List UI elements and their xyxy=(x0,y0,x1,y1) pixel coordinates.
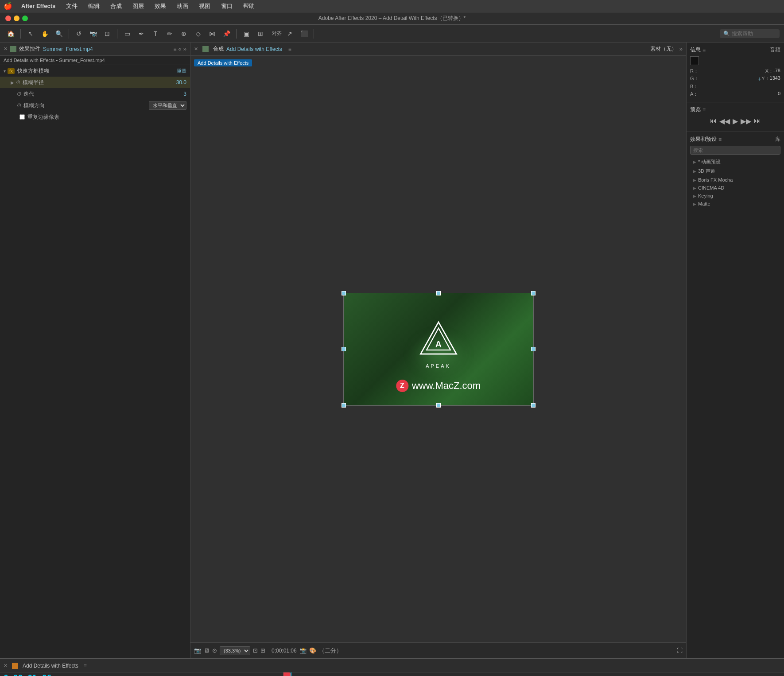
camera-tool[interactable]: 📷 xyxy=(87,27,99,40)
align-tool[interactable]: ⊞ xyxy=(254,27,267,40)
cinema-label: CINEMA 4D xyxy=(698,185,724,190)
handle-mid-right[interactable] xyxy=(531,347,536,351)
shape-tool[interactable]: ▣ xyxy=(240,27,252,40)
info-audio-panel: 信息 ≡ 音频 R： X： -78 G： + Y： 1343 xyxy=(687,43,784,102)
camera-capture-icon[interactable]: 📸 xyxy=(299,647,307,654)
effects-search-input[interactable] xyxy=(690,146,780,155)
boris-label: Boris FX Mocha xyxy=(698,177,733,183)
home-icon[interactable]: 🏠 xyxy=(4,27,17,40)
rotate-tool[interactable]: ↺ xyxy=(73,27,85,40)
viewer-icon[interactable]: ⊙ xyxy=(212,647,217,654)
handle-bottom-mid[interactable] xyxy=(436,403,441,408)
blur-radius-row[interactable]: ▶ ⏱ 模糊半径 30.0 xyxy=(0,77,190,88)
stopwatch-icon[interactable]: ⏱ xyxy=(16,80,21,85)
comp-close-icon[interactable]: ✕ xyxy=(194,46,198,52)
menu-file[interactable]: 文件 xyxy=(64,1,79,11)
iteration-value[interactable]: 3 xyxy=(160,91,186,97)
reset-button[interactable]: 重置 xyxy=(177,68,186,74)
zoom-tool[interactable]: 🔍 xyxy=(53,27,65,40)
select-tool[interactable]: ↖ xyxy=(24,27,37,40)
menu-edit[interactable]: 编辑 xyxy=(86,1,101,11)
current-time-display[interactable]: 0;00;01;06 xyxy=(4,673,51,676)
menu-help[interactable]: 帮助 xyxy=(241,1,256,11)
panel-arrow-left[interactable]: « xyxy=(179,46,182,52)
handle-bottom-right[interactable] xyxy=(531,403,536,408)
iteration-row[interactable]: ⏱ 迭代 3 xyxy=(0,88,190,100)
maximize-button[interactable] xyxy=(22,16,28,21)
display-icon[interactable]: 🖥 xyxy=(204,647,210,654)
repeat-edge-checkbox[interactable] xyxy=(19,114,25,120)
pin-tool[interactable]: 📌 xyxy=(220,27,233,40)
expand-icon[interactable]: ⛶ xyxy=(677,647,683,654)
watermark-icon: Z xyxy=(396,380,408,392)
transform-tool[interactable]: ⊡ xyxy=(101,27,113,40)
minimize-button[interactable] xyxy=(14,16,19,21)
blur-direction-select[interactable]: 水平和垂直 xyxy=(149,101,186,110)
handle-top-right[interactable] xyxy=(531,291,536,295)
search-input[interactable] xyxy=(732,31,776,37)
go-start-button[interactable]: ⏮ xyxy=(710,117,717,125)
timeline-close-icon[interactable]: ✕ xyxy=(4,663,8,668)
panel-close-icon[interactable]: ✕ xyxy=(4,46,8,52)
timeline-menu-icon[interactable]: ≡ xyxy=(84,663,87,669)
menu-animation[interactable]: 动画 xyxy=(175,1,190,11)
close-button[interactable] xyxy=(5,16,11,21)
play-button[interactable]: ▶ xyxy=(733,117,738,125)
anim-chevron-icon: ▶ xyxy=(693,159,696,164)
info-menu-icon[interactable]: ≡ xyxy=(702,47,706,53)
quality-icon[interactable]: （二分） xyxy=(319,647,342,655)
effects-item-matte[interactable]: ▶ Matte xyxy=(690,200,780,208)
menu-after-effects[interactable]: After Effects xyxy=(19,2,57,10)
toolbar-search[interactable]: 🔍 xyxy=(720,29,780,38)
render-tool[interactable]: ⬛ xyxy=(298,27,310,40)
hand-tool[interactable]: ✋ xyxy=(39,27,51,40)
blur-radius-value[interactable]: 30.0 xyxy=(160,79,186,85)
preview-menu-icon[interactable]: ≡ xyxy=(702,107,706,113)
panel-menu-icon[interactable]: ≡ xyxy=(174,46,177,52)
puppet-tool[interactable]: ⋈ xyxy=(206,27,218,40)
rect-tool[interactable]: ▭ xyxy=(121,27,133,40)
menu-composition[interactable]: 合成 xyxy=(109,1,124,11)
handle-top-left[interactable] xyxy=(342,291,346,295)
r-label: R： xyxy=(690,68,699,74)
export-tool[interactable]: ↗ xyxy=(283,27,296,40)
current-time-indicator[interactable] xyxy=(283,672,291,676)
pen-tool[interactable]: ✒ xyxy=(135,27,147,40)
handle-mid-left[interactable] xyxy=(342,347,346,351)
menu-effect[interactable]: 效果 xyxy=(153,1,168,11)
y-label: Y： xyxy=(761,75,769,82)
fx-group-header[interactable]: ▾ fx 快速方框模糊 重置 xyxy=(0,65,190,77)
menu-layer[interactable]: 图层 xyxy=(131,1,146,11)
menu-window[interactable]: 窗口 xyxy=(219,1,234,11)
effects-item-boris[interactable]: ▶ Boris FX Mocha xyxy=(690,176,780,184)
effects-item-3d[interactable]: ▶ 3D 声道 xyxy=(690,167,780,176)
step-forward-button[interactable]: ▶▶ xyxy=(741,117,751,125)
eraser-tool[interactable]: ◇ xyxy=(192,27,204,40)
preview-canvas[interactable]: A APEAK Z www.MacZ.com xyxy=(343,293,534,406)
text-tool[interactable]: T xyxy=(149,27,162,40)
brush-tool[interactable]: ✏ xyxy=(163,27,176,40)
grid-icon[interactable]: ⊞ xyxy=(260,647,265,654)
apple-menu[interactable]: 🍎 xyxy=(4,2,12,10)
menu-view[interactable]: 视图 xyxy=(197,1,212,11)
audio-tab[interactable]: 音频 xyxy=(770,46,780,54)
handle-bottom-left[interactable] xyxy=(342,403,346,408)
stopwatch-iteration-icon[interactable]: ⏱ xyxy=(17,91,22,97)
comp-menu-icon[interactable]: ≡ xyxy=(288,46,291,52)
zoom-select[interactable]: (33.3%) xyxy=(220,646,250,655)
effects-item-cinema[interactable]: ▶ CINEMA 4D xyxy=(690,184,780,192)
stopwatch-dir-icon[interactable]: ⏱ xyxy=(17,103,22,108)
step-back-button[interactable]: ◀◀ xyxy=(719,117,730,125)
go-end-button[interactable]: ⏭ xyxy=(754,117,761,125)
snapshot-icon[interactable]: 📷 xyxy=(194,647,201,654)
effects-item-animation[interactable]: ▶ * 动画预设 xyxy=(690,157,780,167)
handle-top-mid[interactable] xyxy=(436,291,441,295)
comp-arrow[interactable]: » xyxy=(679,46,683,52)
library-tab[interactable]: 库 xyxy=(775,136,780,143)
effects-item-keying[interactable]: ▶ Keying xyxy=(690,192,780,200)
panel-arrow-right[interactable]: » xyxy=(183,46,186,52)
color-icon[interactable]: 🎨 xyxy=(309,647,316,654)
clone-tool[interactable]: ⊕ xyxy=(178,27,190,40)
fit-icon[interactable]: ⊡ xyxy=(253,647,258,654)
effects-menu-icon[interactable]: ≡ xyxy=(718,136,722,143)
